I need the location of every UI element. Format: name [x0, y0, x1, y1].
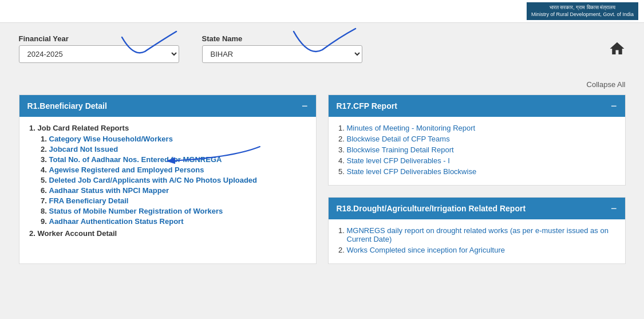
- r1-header: R1.Beneficiary Detail −: [19, 95, 316, 117]
- r18-title: R18.Drought/Agriculture/Irrigation Relat…: [337, 204, 526, 213]
- r18-section: R18.Drought/Agriculture/Irrigation Relat…: [328, 197, 626, 264]
- agewise-link[interactable]: Agewise Registered and Employed Persons: [49, 166, 204, 174]
- r1-title: R1.Beneficiary Detail: [27, 101, 107, 111]
- drought-daily-report-link[interactable]: MGNREGS daily report on drought related …: [347, 226, 609, 243]
- works-completed-agriculture-link[interactable]: Works Completed since inception for Agri…: [347, 246, 505, 254]
- collapse-row: Collapse All: [19, 80, 626, 89]
- list-item: Minutes of Meeting - Monitoring Report: [347, 124, 617, 132]
- list-item: Blockwise Detail of CFP Teams: [347, 135, 617, 143]
- group-job-card-label: Job Card Related Reports: [38, 124, 129, 132]
- list-item: Aadhaar Authentication Status Report: [49, 217, 308, 226]
- aadhaar-auth-link[interactable]: Aadhaar Authentication Status Report: [49, 217, 184, 226]
- state-name-group: State Name BIHAR UTTAR PRADESH MADHYA PR…: [202, 34, 362, 63]
- top-bar: भारत सरकार, ग्राम विकास मंत्रालय Ministr…: [0, 0, 644, 23]
- list-item: Blockwise Training Detail Report: [347, 145, 617, 154]
- r1-collapse-button[interactable]: −: [302, 101, 308, 111]
- state-level-cfp-blockwise-link[interactable]: State level CFP Deliverables Blockwise: [347, 167, 477, 176]
- r17-items-list: Minutes of Meeting - Monitoring Report B…: [337, 124, 617, 176]
- group-worker-account: Worker Account Detail: [38, 229, 308, 238]
- filter-row: Financial Year 2024-2025 2023-2024 2022-…: [19, 34, 626, 63]
- r18-header: R18.Drought/Agriculture/Irrigation Relat…: [329, 198, 625, 219]
- r17-body: Minutes of Meeting - Monitoring Report B…: [329, 117, 625, 185]
- deleted-jobcard-link[interactable]: Deleted Job Card/Applicants with A/C No …: [49, 176, 258, 184]
- aadhaar-npci-link[interactable]: Aadhaar Status with NPCI Mapper: [49, 186, 169, 195]
- list-item: FRA Beneficiary Detail: [49, 196, 308, 205]
- mobile-registration-link[interactable]: Status of Mobile Number Registration of …: [49, 207, 223, 215]
- logo-line1: भारत सरकार, ग्राम विकास मंत्रालय: [531, 5, 634, 11]
- list-item: Aadhaar Status with NPCI Mapper: [49, 186, 308, 195]
- main-container: Financial Year 2024-2025 2023-2024 2022-…: [7, 23, 637, 264]
- list-item: MGNREGS daily report on drought related …: [347, 226, 617, 243]
- r17-header: R17.CFP Report −: [329, 95, 625, 117]
- list-item: Deleted Job Card/Applicants with A/C No …: [49, 176, 308, 184]
- collapse-all-button[interactable]: Collapse All: [587, 80, 626, 89]
- financial-year-label: Financial Year: [19, 34, 179, 43]
- r17-collapse-button[interactable]: −: [611, 101, 617, 111]
- category-wise-link[interactable]: Category Wise Household/Workers: [49, 135, 173, 143]
- r1-section: R1.Beneficiary Detail − Job Card Related…: [19, 94, 317, 264]
- list-item: Total No. of Aadhaar Nos. Entered for MG…: [49, 155, 308, 164]
- blockwise-training-link[interactable]: Blockwise Training Detail Report: [347, 145, 454, 154]
- r17-section: R17.CFP Report − Minutes of Meeting - Mo…: [328, 94, 626, 186]
- jobcard-not-issued-link[interactable]: Jobcard Not Issued: [49, 145, 118, 153]
- list-item: Works Completed since inception for Agri…: [347, 246, 617, 254]
- financial-year-select[interactable]: 2024-2025 2023-2024 2022-2023 2021-2022: [19, 45, 179, 63]
- job-card-items: Category Wise Household/Workers Jobcard …: [38, 135, 308, 226]
- r18-collapse-button[interactable]: −: [611, 203, 617, 214]
- reports-grid: R1.Beneficiary Detail − Job Card Related…: [19, 94, 626, 264]
- r18-body: MGNREGS daily report on drought related …: [329, 219, 625, 263]
- r17-title: R17.CFP Report: [337, 101, 397, 111]
- ministry-logo: भारत सरकार, ग्राम विकास मंत्रालय Ministr…: [527, 2, 638, 20]
- aadhaar-nos-link[interactable]: Total No. of Aadhaar Nos. Entered for MG…: [49, 155, 222, 164]
- blockwise-detail-cfp-link[interactable]: Blockwise Detail of CFP Teams: [347, 135, 450, 143]
- list-item: Status of Mobile Number Registration of …: [49, 207, 308, 215]
- list-item: State level CFP Deliverables - I: [347, 156, 617, 165]
- list-item: Category Wise Household/Workers: [49, 135, 308, 143]
- state-name-select[interactable]: BIHAR UTTAR PRADESH MADHYA PRADESH RAJAS…: [202, 45, 362, 63]
- r1-groups-list: Job Card Related Reports Category Wise H…: [27, 124, 308, 238]
- home-button[interactable]: [609, 40, 626, 61]
- financial-year-group: Financial Year 2024-2025 2023-2024 2022-…: [19, 34, 179, 63]
- minutes-meeting-link[interactable]: Minutes of Meeting - Monitoring Report: [347, 124, 476, 132]
- list-item: Agewise Registered and Employed Persons: [49, 166, 308, 174]
- right-column: R17.CFP Report − Minutes of Meeting - Mo…: [328, 94, 626, 264]
- state-name-label: State Name: [202, 34, 362, 43]
- state-level-cfp1-link[interactable]: State level CFP Deliverables - I: [347, 156, 450, 165]
- fra-beneficiary-link[interactable]: FRA Beneficiary Detail: [49, 196, 129, 205]
- group-worker-account-label: Worker Account Detail: [38, 229, 117, 238]
- r18-items-list: MGNREGS daily report on drought related …: [337, 226, 617, 254]
- list-item: State level CFP Deliverables Blockwise: [347, 167, 617, 176]
- logo-line2: Ministry of Rural Development, Govt. of …: [531, 11, 634, 18]
- r1-body: Job Card Related Reports Category Wise H…: [19, 117, 316, 248]
- group-job-card: Job Card Related Reports Category Wise H…: [38, 124, 308, 226]
- list-item: Jobcard Not Issued: [49, 145, 308, 153]
